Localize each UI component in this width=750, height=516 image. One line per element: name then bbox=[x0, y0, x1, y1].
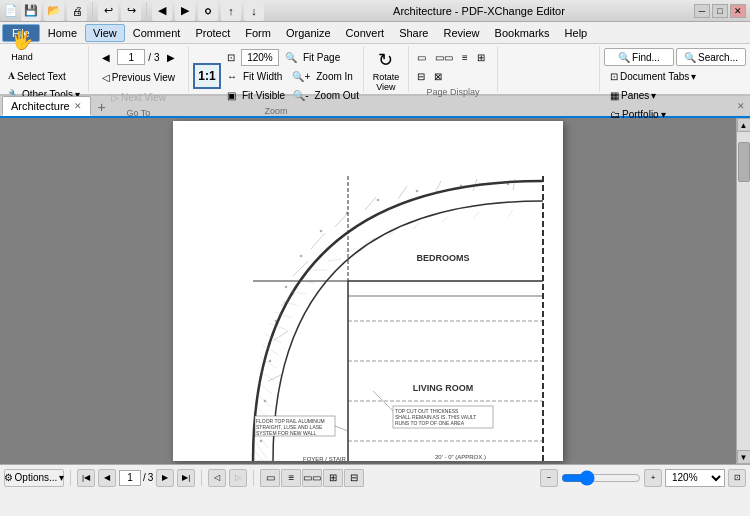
new-tab-button[interactable]: + bbox=[93, 98, 111, 116]
view-single-btn[interactable]: ▭ bbox=[260, 469, 280, 487]
next-view-label: Next View bbox=[121, 92, 166, 103]
misc1-quick-btn[interactable]: ⭘ bbox=[198, 1, 218, 21]
page-number-input[interactable] bbox=[117, 49, 145, 65]
menu-help[interactable]: Help bbox=[558, 25, 595, 41]
find-button[interactable]: 🔍 Find... bbox=[604, 48, 674, 66]
tab-architecture[interactable]: Architecture ✕ bbox=[2, 96, 91, 116]
zoom-search-btn[interactable]: 🔍 bbox=[281, 48, 301, 66]
zoom-out-button[interactable]: 🔍- bbox=[289, 86, 312, 104]
view-scroll-btn[interactable]: ≡ bbox=[281, 469, 301, 487]
status-fwd-btn[interactable]: ▷ bbox=[229, 469, 247, 487]
zoom-row1: 1:1 ⊡ 🔍 Fit Page ↔ Fit Width 🔍+ Zoom In bbox=[193, 48, 359, 104]
panes-button[interactable]: ▦ Panes ▾ bbox=[604, 87, 746, 104]
status-last-page-btn[interactable]: ▶| bbox=[177, 469, 195, 487]
misc2-quick-btn[interactable]: ↑ bbox=[221, 1, 241, 21]
menu-share[interactable]: Share bbox=[392, 25, 435, 41]
fit-page-label: Fit Page bbox=[303, 52, 340, 63]
panes-icon: ▦ bbox=[610, 90, 619, 101]
title-left: 📄 💾 📂 🖨 ↩ ↪ ◀ ▶ ⭘ ↑ ↓ bbox=[4, 1, 264, 21]
svg-text:RUNS TO TOP OF ONE AREA: RUNS TO TOP OF ONE AREA bbox=[395, 420, 465, 426]
print-quick-btn[interactable]: 🖨 bbox=[67, 1, 87, 21]
menu-bookmarks[interactable]: Bookmarks bbox=[488, 25, 557, 41]
page-forward-button[interactable]: ▶ bbox=[163, 48, 179, 66]
search-button[interactable]: 🔍 Search... bbox=[676, 48, 746, 66]
scroll-thumb[interactable] bbox=[738, 142, 750, 182]
close-button[interactable]: ✕ bbox=[730, 4, 746, 18]
scroll-btn[interactable]: ≡ bbox=[458, 48, 472, 66]
actual-size-button[interactable]: 1:1 bbox=[193, 63, 221, 89]
status-right: − + 120% 100% 150% 200% 75% 50% ⊡ bbox=[540, 469, 746, 487]
spread-btn[interactable]: ⊠ bbox=[430, 67, 446, 85]
vertical-scrollbar[interactable]: ▲ ▼ bbox=[736, 118, 750, 464]
menu-organize[interactable]: Organize bbox=[279, 25, 338, 41]
status-page-input[interactable] bbox=[119, 470, 141, 486]
maximize-button[interactable]: □ bbox=[712, 4, 728, 18]
menu-view[interactable]: View bbox=[85, 24, 125, 42]
page-back-button[interactable]: ◀ bbox=[98, 48, 114, 66]
split-btn[interactable]: ⊟ bbox=[413, 67, 429, 85]
cursor-icon: 𝐀 bbox=[8, 70, 15, 82]
scroll-up-button[interactable]: ▲ bbox=[737, 118, 751, 132]
open-quick-btn[interactable]: 📂 bbox=[44, 1, 64, 21]
two-page-btn[interactable]: ▭▭ bbox=[431, 48, 457, 66]
back-quick-btn[interactable]: ◀ bbox=[152, 1, 172, 21]
facing-btn[interactable]: ⊞ bbox=[473, 48, 489, 66]
goto-group-label: Go To bbox=[127, 106, 151, 118]
menu-convert[interactable]: Convert bbox=[339, 25, 392, 41]
fwd-quick-btn[interactable]: ▶ bbox=[175, 1, 195, 21]
document-tabs-button[interactable]: ⊡ Document Tabs ▾ bbox=[604, 68, 746, 85]
options-button[interactable]: ⚙ Options... ▾ bbox=[4, 469, 64, 487]
tab-overflow-button[interactable]: ✕ bbox=[734, 96, 748, 116]
rotate-view-button[interactable]: ↻ RotateView bbox=[368, 48, 404, 92]
panes-arrow: ▾ bbox=[651, 90, 656, 101]
search-icon: 🔍 bbox=[684, 52, 696, 63]
menu-comment[interactable]: Comment bbox=[126, 25, 188, 41]
menu-protect[interactable]: Protect bbox=[188, 25, 237, 41]
zoom-in-button[interactable]: 🔍+ bbox=[288, 67, 314, 85]
zoom-slider[interactable] bbox=[561, 471, 641, 485]
status-prev-page-btn[interactable]: ◀ bbox=[98, 469, 116, 487]
undo-quick-btn[interactable]: ↩ bbox=[98, 1, 118, 21]
tools-row1: 🖐 Hand bbox=[4, 23, 84, 67]
zoom-out-status-btn[interactable]: − bbox=[540, 469, 558, 487]
zoom-group-label: Zoom bbox=[264, 104, 287, 116]
view-two-btn[interactable]: ▭▭ bbox=[302, 469, 322, 487]
find-label: Find... bbox=[632, 52, 660, 63]
prev-view-label: Previous View bbox=[112, 72, 175, 83]
fit-visible-button[interactable]: ▣ bbox=[223, 86, 240, 104]
save-quick-btn[interactable]: 💾 bbox=[21, 1, 41, 21]
status-first-page-btn[interactable]: |◀ bbox=[77, 469, 95, 487]
redo-quick-btn[interactable]: ↪ bbox=[121, 1, 141, 21]
tab-close-architecture[interactable]: ✕ bbox=[74, 101, 82, 111]
doc-tabs-arrow: ▾ bbox=[691, 71, 696, 82]
select-text-button[interactable]: 𝐀 Select Text bbox=[4, 67, 70, 85]
status-back-btn[interactable]: ◁ bbox=[208, 469, 226, 487]
zoom-level-input[interactable] bbox=[241, 49, 279, 66]
page-display-group: ▭ ▭▭ ≡ ⊞ ⊟ ⊠ Page Display bbox=[409, 46, 498, 92]
status-bar: ⚙ Options... ▾ |◀ ◀ / 3 ▶ ▶| ◁ ▷ ▭ ≡ ▭▭ … bbox=[0, 464, 750, 490]
panes-label: Panes bbox=[621, 90, 649, 101]
scroll-down-button[interactable]: ▼ bbox=[737, 450, 751, 464]
menu-form[interactable]: Form bbox=[238, 25, 278, 41]
prev-view-button[interactable]: ◁ Previous View bbox=[98, 68, 179, 86]
single-page-btn[interactable]: ▭ bbox=[413, 48, 430, 66]
misc3-quick-btn[interactable]: ↓ bbox=[244, 1, 264, 21]
scroll-track[interactable] bbox=[737, 132, 750, 450]
status-next-page-btn[interactable]: ▶ bbox=[156, 469, 174, 487]
rotate-group: ↻ RotateView bbox=[364, 46, 409, 92]
fit-page-status-btn[interactable]: ⊡ bbox=[728, 469, 746, 487]
hand-tool-button[interactable]: 🖐 Hand bbox=[4, 23, 40, 67]
prev-view-icon: ◁ bbox=[102, 72, 110, 83]
zoom-select[interactable]: 120% 100% 150% 200% 75% 50% bbox=[665, 469, 725, 487]
fit-page-button[interactable]: ⊡ bbox=[223, 48, 239, 66]
rotate-label: RotateView bbox=[373, 72, 400, 92]
page-separator: / bbox=[148, 52, 151, 63]
view-split-btn[interactable]: ⊟ bbox=[344, 469, 364, 487]
window-controls: 🔍 Find... 🔍 Search... ⊡ Document Tabs ▾ … bbox=[604, 48, 746, 123]
zoom-in-status-btn[interactable]: + bbox=[644, 469, 662, 487]
menu-review[interactable]: Review bbox=[436, 25, 486, 41]
fit-width-button[interactable]: ↔ bbox=[223, 67, 241, 85]
minimize-button[interactable]: ─ bbox=[694, 4, 710, 18]
view-facing-btn[interactable]: ⊞ bbox=[323, 469, 343, 487]
svg-point-17 bbox=[275, 320, 277, 322]
